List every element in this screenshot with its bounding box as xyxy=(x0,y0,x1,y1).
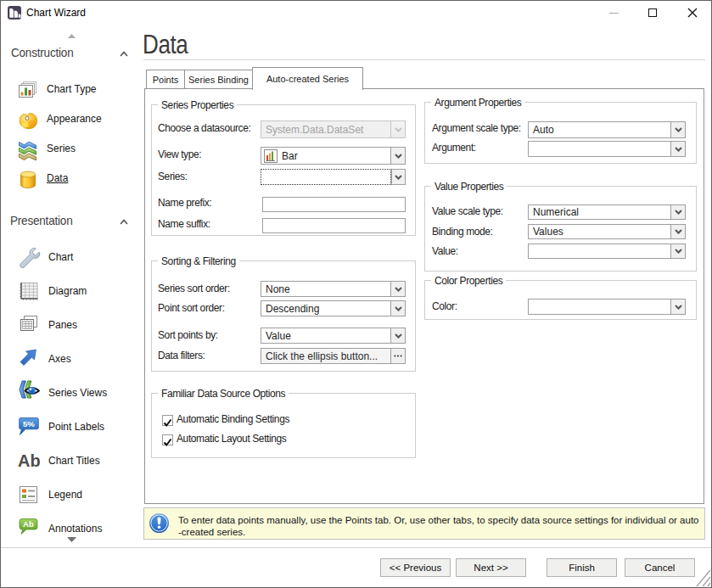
svg-text:5%: 5% xyxy=(23,419,35,428)
svg-text:Ab: Ab xyxy=(18,451,40,470)
svg-text:Ab: Ab xyxy=(23,519,34,529)
